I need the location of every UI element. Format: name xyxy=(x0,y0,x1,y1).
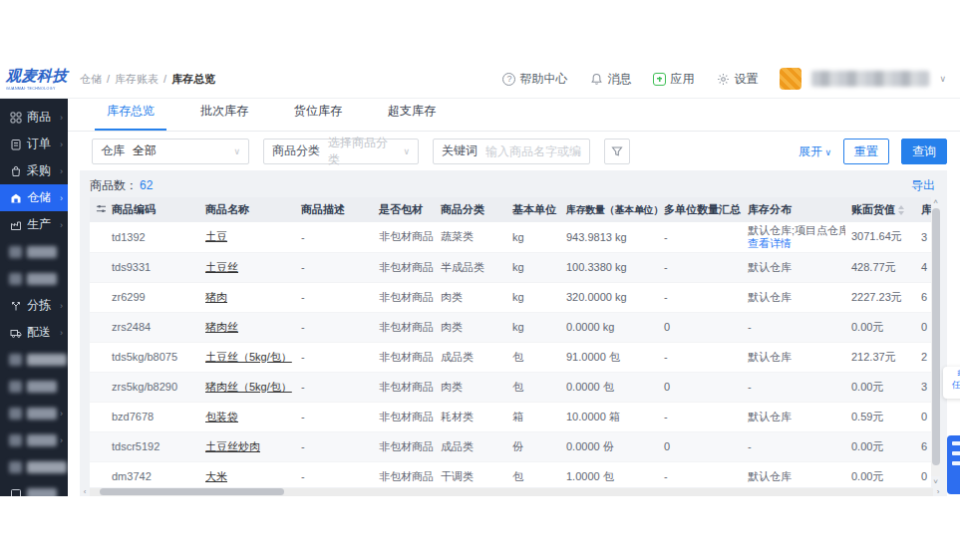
advanced-filter-button[interactable] xyxy=(604,139,630,164)
settings-button[interactable]: 设置 xyxy=(716,71,758,88)
square-icon xyxy=(9,487,22,496)
cell-stock-quantity: 91.0000 包 xyxy=(560,342,658,372)
cell-description: - xyxy=(295,282,373,312)
product-count-value: 62 xyxy=(140,178,153,192)
sidebar-item-sorting[interactable]: 分拣 › xyxy=(0,292,68,319)
category-placeholder: 选择商品分类 xyxy=(328,135,395,168)
header-actions: ? 帮助中心 消息 应用 设置 ∨ xyxy=(502,68,960,90)
product-name-link[interactable]: 大米 xyxy=(205,470,227,482)
redacted-icon xyxy=(9,273,22,285)
category-select[interactable]: 商品分类 选择商品分类 ∨ xyxy=(263,139,419,164)
col-header-book-value-sortable[interactable]: 账面货值 xyxy=(845,197,915,222)
sidebar-item-redacted[interactable] xyxy=(0,265,68,292)
sidebar-item-products[interactable]: 商品 › xyxy=(0,104,68,131)
filter-bar: 仓库 全部 ∨ 商品分类 选择商品分类 ∨ 关键词 展开 ∨ 重置 查询 xyxy=(68,132,960,170)
cell-is-packaging: 非包材商品 xyxy=(373,402,435,431)
column-settings-header[interactable] xyxy=(90,197,106,222)
reset-button[interactable]: 重置 xyxy=(843,139,889,164)
breadcrumb-inventory-report[interactable]: 库存账表 xyxy=(115,72,159,87)
bell-icon xyxy=(589,72,603,86)
cell-stock-quantity: 100.3380 kg xyxy=(560,252,658,282)
cell-book-value: 212.37元 xyxy=(845,342,915,372)
tab-bar: 库存总览 批次库存 货位库存 超支库存 xyxy=(68,99,960,132)
cell-clipped-value: 2 xyxy=(915,342,931,372)
redacted-icon xyxy=(9,246,22,258)
task-float-button[interactable]: ≋ 任务 xyxy=(943,367,960,399)
cell-description: - xyxy=(295,342,373,372)
sidebar-item-redacted[interactable]: › xyxy=(0,426,68,453)
horizontal-scrollbar[interactable]: ‹ › xyxy=(80,487,943,496)
sidebar-item-redacted[interactable] xyxy=(0,373,68,400)
keyword-input[interactable] xyxy=(485,144,581,158)
product-name-link[interactable]: 猪肉丝 xyxy=(205,321,238,333)
scroll-up-arrow[interactable]: ˄ xyxy=(931,197,940,207)
sidebar-item-purchase[interactable]: 采购 › xyxy=(0,157,68,184)
col-header-stock-sortable[interactable]: 库存数量（基本单位） xyxy=(560,197,658,222)
breadcrumb: 仓储 / 库存账表 / 库存总览 xyxy=(80,72,215,87)
cell-base-unit: 包 xyxy=(506,461,560,487)
help-center-button[interactable]: ? 帮助中心 xyxy=(502,71,567,88)
table-row: zr6299 猪肉 - 非包材商品 肉类 kg 320.0000 kg - 默认… xyxy=(90,282,931,312)
cell-is-packaging: 非包材商品 xyxy=(373,461,435,487)
sidebar-item-redacted[interactable] xyxy=(0,238,68,265)
sidebar-item-redacted[interactable]: › xyxy=(0,400,68,426)
tab-overrun-inventory[interactable]: 超支库存 xyxy=(376,103,448,131)
sidebar-item-delivery[interactable]: 配送 › xyxy=(0,319,68,346)
cell-product-code: zr6299 xyxy=(106,282,199,312)
sidebar-item-redacted[interactable] xyxy=(0,480,68,496)
table-row: tdscr5192 土豆丝炒肉 - 非包材商品 成品类 份 0.0000 份 0… xyxy=(90,431,931,461)
brand-logo[interactable]: 观麦科技 GUANMAI·TECHNOLOGY xyxy=(0,67,68,91)
vertical-scrollbar[interactable]: ˄ ˅ xyxy=(931,197,940,487)
cell-product-code: tds9331 xyxy=(106,252,199,282)
cell-base-unit: kg xyxy=(506,312,560,342)
horizontal-scroll-thumb[interactable] xyxy=(100,488,284,495)
scroll-down-arrow[interactable]: ˅ xyxy=(931,477,940,487)
product-name-link[interactable]: 猪肉丝（5kg/包） xyxy=(205,381,292,393)
search-button[interactable]: 查询 xyxy=(901,139,947,164)
sidebar-item-production[interactable]: 生产 › xyxy=(0,211,68,238)
cell-stock-quantity: 320.0000 kg xyxy=(560,282,658,312)
tab-batch-inventory[interactable]: 批次库存 xyxy=(188,103,260,131)
logo-title: 观麦科技 xyxy=(6,67,68,86)
scroll-left-arrow[interactable]: ‹ xyxy=(80,487,90,496)
apps-button[interactable]: 应用 xyxy=(653,71,694,88)
sort-icon[interactable] xyxy=(898,205,904,215)
breadcrumb-warehouse[interactable]: 仓储 xyxy=(80,72,102,87)
product-name-link[interactable]: 土豆丝炒肉 xyxy=(205,440,260,452)
funnel-icon xyxy=(611,145,623,157)
keyword-field[interactable]: 关键词 xyxy=(433,139,590,164)
product-name-link[interactable]: 土豆丝（5kg/包） xyxy=(205,351,292,363)
cell-clipped-value: 3 xyxy=(915,222,931,252)
user-menu[interactable]: ∨ xyxy=(780,68,946,90)
view-detail-link[interactable]: 查看详情 xyxy=(748,237,839,250)
cell-base-unit: 份 xyxy=(506,431,560,461)
scroll-right-arrow[interactable]: › xyxy=(933,487,943,496)
expand-filters-link[interactable]: 展开 ∨ xyxy=(799,143,831,160)
cell-description: - xyxy=(295,431,373,461)
vertical-scroll-thumb[interactable] xyxy=(932,208,940,465)
sidebar-item-warehouse-active[interactable]: 仓储 › xyxy=(0,184,68,211)
export-link[interactable]: 导出 xyxy=(911,177,935,194)
filter-actions: 展开 ∨ 重置 查询 xyxy=(799,139,947,164)
messages-button[interactable]: 消息 xyxy=(589,71,631,88)
sidebar-item-orders[interactable]: 订单 › xyxy=(0,131,68,157)
cell-product-code: zrs2484 xyxy=(106,312,199,342)
app-window: 观麦科技 GUANMAI·TECHNOLOGY 仓储 / 库存账表 / 库存总览… xyxy=(0,0,960,560)
warehouse-select[interactable]: 仓库 全部 ∨ xyxy=(92,139,249,164)
product-name-link[interactable]: 猪肉 xyxy=(205,291,227,303)
col-header-packaging: 是否包材 xyxy=(373,197,435,222)
product-name-link[interactable]: 土豆 xyxy=(205,230,227,242)
cell-distribution: 默认仓库 xyxy=(742,282,845,312)
cell-book-value: 0.00元 xyxy=(845,312,915,342)
product-name-link[interactable]: 土豆丝 xyxy=(205,261,238,273)
floating-side-panel[interactable] xyxy=(947,435,960,494)
sidebar-item-redacted[interactable] xyxy=(0,453,68,480)
tab-inventory-overview[interactable]: 库存总览 xyxy=(95,103,166,131)
cell-book-value: 0.00元 xyxy=(845,372,915,402)
sidebar-item-redacted[interactable] xyxy=(0,346,68,373)
column-settings-icon xyxy=(96,203,106,214)
tab-location-inventory[interactable]: 货位库存 xyxy=(282,103,354,131)
product-name-link[interactable]: 包装袋 xyxy=(205,411,238,422)
chevron-down-icon: ∨ xyxy=(395,146,410,156)
cell-multi-unit-summary: - xyxy=(658,461,742,487)
